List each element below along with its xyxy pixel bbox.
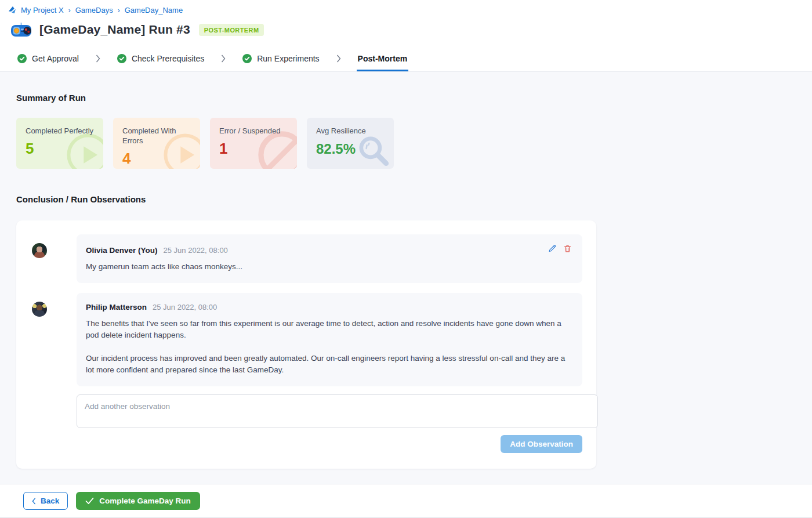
edit-icon[interactable] — [548, 244, 557, 253]
breadcrumb-link-gamedays[interactable]: GameDays — [75, 6, 113, 15]
stat-card-completed-with-errors: Completed With Errors 4 — [113, 118, 200, 169]
observation-item: Philip Matterson 25 Jun 2022, 08:00 The … — [32, 293, 582, 386]
observation-item: Olivia Denver (You) 25 Jun 2022, 08:00 M… — [32, 234, 582, 283]
check-circle-icon — [17, 54, 27, 63]
check-circle-icon — [242, 54, 252, 63]
stat-card-completed-perfectly: Completed Perfectly 5 — [16, 118, 103, 169]
stat-value: 82.5% — [316, 141, 385, 157]
summary-heading: Summary of Run — [16, 93, 796, 103]
add-observation-input[interactable] — [77, 394, 598, 428]
chevron-left-icon — [32, 498, 36, 505]
chevron-right-icon — [221, 45, 226, 71]
stat-value: 5 — [26, 140, 94, 158]
check-icon — [85, 497, 94, 505]
observation-text: Our incident process has improved and be… — [86, 353, 572, 376]
back-button-label: Back — [41, 497, 59, 505]
step-tabs: Get Approval Check Prerequisites Run Exp… — [0, 45, 812, 72]
observations-card: Olivia Denver (You) 25 Jun 2022, 08:00 M… — [16, 220, 596, 469]
tab-run-experiments[interactable]: Run Experiments — [241, 47, 320, 71]
gameday-run-page: My Project X › GameDays › GameDay_Name — [0, 0, 812, 518]
observation-timestamp: 25 Jun 2022, 08:00 — [164, 246, 228, 255]
breadcrumb-link-project[interactable]: My Project X — [21, 6, 64, 15]
tab-check-prerequisites[interactable]: Check Prerequisites — [116, 47, 205, 71]
tab-label: Run Experiments — [257, 54, 319, 63]
complete-gameday-run-button[interactable]: Complete GameDay Run — [76, 492, 200, 510]
stat-label: Error / Suspended — [219, 126, 288, 136]
stat-label: Avg Resilience — [316, 126, 385, 136]
observation-text: The benefits that I've seen so far from … — [86, 318, 572, 341]
page-header: My Project X › GameDays › GameDay_Name — [0, 0, 812, 45]
observations-heading: Conclusion / Run Observations — [16, 194, 796, 204]
back-button[interactable]: Back — [23, 492, 68, 510]
main-content: Summary of Run Completed Perfectly 5 Com… — [0, 72, 812, 484]
tab-post-mortem[interactable]: Post-Mortem — [357, 47, 409, 71]
summary-cards: Completed Perfectly 5 Completed With Err… — [16, 118, 796, 169]
stat-value: 1 — [219, 140, 288, 158]
avatar — [32, 302, 47, 317]
observation-bubble: Philip Matterson 25 Jun 2022, 08:00 The … — [77, 293, 582, 386]
breadcrumb: My Project X › GameDays › GameDay_Name — [8, 6, 812, 15]
stat-card-avg-resilience: Avg Resilience 82.5% — [307, 118, 394, 169]
chevron-right-icon — [96, 45, 100, 71]
stat-card-error-suspended: Error / Suspended 1 — [210, 118, 297, 169]
stat-label: Completed With Errors — [122, 126, 191, 146]
breadcrumb-link-gameday-name[interactable]: GameDay_Name — [125, 6, 183, 15]
check-circle-icon — [117, 54, 126, 63]
complete-button-label: Complete GameDay Run — [99, 497, 191, 505]
chevron-right-icon: › — [118, 6, 120, 15]
observation-text: My gamerun team acts like chaos monkeys.… — [86, 261, 572, 273]
observation-bubble: Olivia Denver (You) 25 Jun 2022, 08:00 M… — [77, 234, 582, 283]
gamepad-icon — [10, 22, 32, 37]
page-title: [GameDay_Name] Run #3 — [39, 23, 190, 37]
delete-icon[interactable] — [563, 244, 572, 253]
status-badge: POST-MORTERM — [199, 24, 264, 36]
chevron-right-icon: › — [68, 6, 71, 15]
footer-bar: Back Complete GameDay Run — [0, 484, 812, 518]
observation-author: Olivia Denver (You) — [86, 246, 158, 255]
observation-author: Philip Matterson — [86, 303, 147, 311]
observation-timestamp: 25 Jun 2022, 08:00 — [153, 303, 217, 311]
tab-label: Get Approval — [32, 54, 79, 63]
tab-label: Check Prerequisites — [132, 54, 204, 63]
stat-label: Completed Perfectly — [26, 126, 94, 136]
title-row: [GameDay_Name] Run #3 POST-MORTERM — [8, 22, 812, 37]
tab-get-approval[interactable]: Get Approval — [16, 47, 80, 71]
add-observation-button[interactable]: Add Observation — [501, 435, 582, 453]
project-logo-icon — [8, 6, 17, 15]
avatar — [32, 243, 47, 258]
stat-value: 4 — [122, 150, 191, 168]
chevron-right-icon — [336, 45, 341, 71]
tab-label: Post-Mortem — [358, 54, 408, 63]
